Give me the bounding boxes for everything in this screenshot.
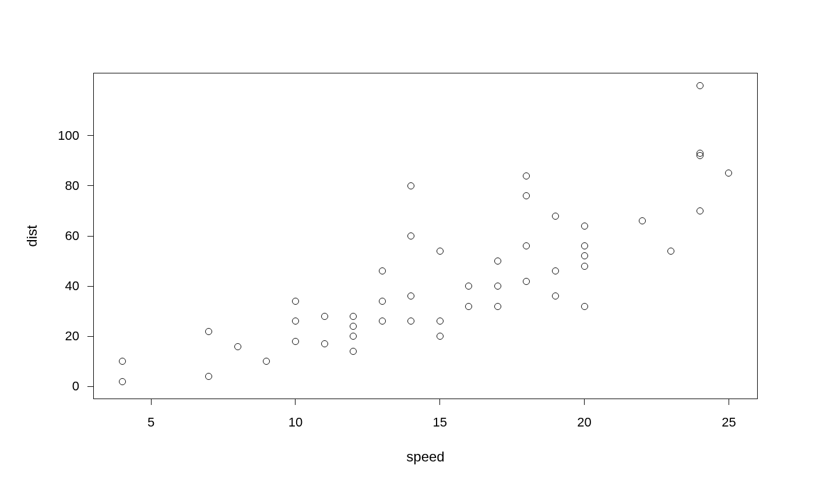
x-tick-label: 5	[147, 415, 154, 430]
x-tick-label: 15	[433, 415, 447, 430]
x-tick	[584, 399, 585, 405]
y-tick	[87, 386, 93, 387]
y-tick	[87, 286, 93, 287]
y-tick	[87, 236, 93, 237]
x-tick-label: 20	[577, 415, 591, 430]
x-tick	[439, 399, 440, 405]
y-tick-label: 80	[65, 178, 79, 193]
x-tick	[295, 399, 296, 405]
y-tick-label: 20	[65, 329, 79, 344]
y-tick	[87, 336, 93, 337]
y-tick-label: 100	[58, 128, 79, 143]
y-tick-label: 60	[65, 228, 79, 244]
x-axis-title: speed	[406, 449, 444, 465]
y-tick-label: 0	[72, 379, 79, 394]
x-tick-label: 25	[722, 415, 736, 430]
y-axis-title: dist	[24, 225, 40, 246]
y-tick	[87, 135, 93, 136]
x-tick	[729, 399, 729, 405]
x-tick-label: 10	[289, 415, 303, 430]
scatter-chart: 510152025 020406080100 speed dist	[0, 0, 816, 504]
y-tick-label: 40	[65, 279, 79, 294]
y-tick	[87, 185, 93, 186]
x-tick	[151, 399, 152, 405]
plot-area	[93, 73, 758, 399]
